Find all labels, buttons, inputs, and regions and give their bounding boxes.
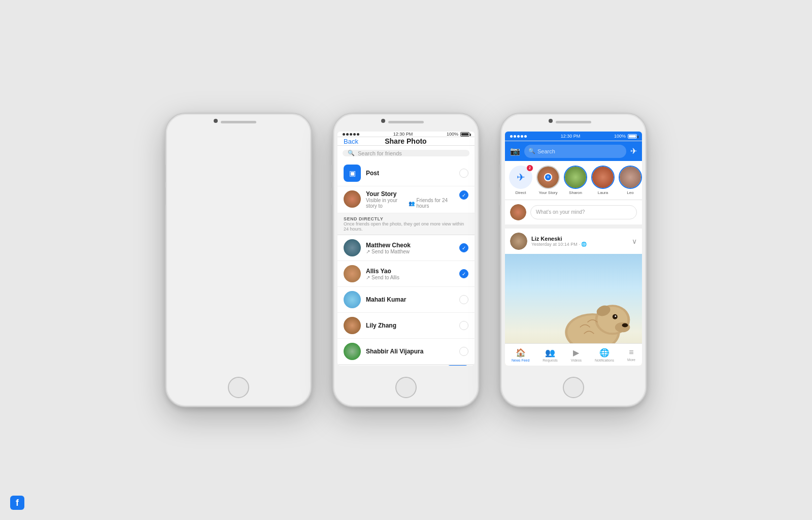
requests-label: Requests [543, 359, 558, 362]
battery-percent-3: 100% [614, 134, 626, 139]
contact-lily[interactable]: Lily Zhang [337, 313, 475, 339]
phone-1-volume-up [164, 165, 165, 182]
laura-label: Laura [598, 190, 608, 195]
contact-allis[interactable]: Allis Yao ↗ Send to Allis ✓ [337, 261, 475, 287]
phone-1-power-button [312, 175, 313, 200]
post-checkbox[interactable] [459, 169, 468, 178]
facebook-logo: f [10, 496, 24, 510]
phone-2-volume-down [331, 187, 333, 205]
status-time-2: 12:30 PM [393, 132, 413, 137]
contact-shabbir[interactable]: Shabbir Ali Vijapura [337, 339, 475, 365]
battery-percent-2: 100% [447, 132, 458, 137]
tab-notifications[interactable]: 🌐 Notifications [591, 346, 618, 364]
contact-matthew[interactable]: Matthew Cheok ↗ Send to Matthew ✓ [337, 235, 475, 261]
matthew-checkbox[interactable]: ✓ [459, 243, 468, 252]
lily-checkbox[interactable] [459, 321, 468, 330]
post-time: Yesterday at 10:14 PM · 🌐 [531, 242, 628, 247]
story-sharon[interactable]: Sharon [564, 166, 587, 195]
back-button[interactable]: Back [344, 138, 358, 145]
post-card-header: Liz Keneski Yesterday at 10:14 PM · 🌐 ∨ [505, 229, 642, 254]
phone-1-volume-down [164, 187, 165, 205]
search-icon-2: 🔍 [348, 150, 355, 156]
phone-3-volume-down [499, 187, 500, 205]
leo-label: Leo [627, 190, 633, 195]
matthew-name: Matthew Cheok [366, 242, 454, 249]
shabbir-checkbox[interactable] [459, 347, 468, 356]
your-story-checkbox[interactable]: ✓ [459, 190, 468, 200]
svg-point-6 [622, 323, 628, 328]
dot-3-3 [517, 135, 520, 138]
compose-avatar [510, 204, 526, 220]
allis-sub: ↗ Send to Allis [366, 275, 454, 280]
status-right-3: 100% [614, 134, 637, 139]
shabbir-avatar [344, 343, 361, 360]
story-leo[interactable]: Leo [619, 166, 642, 195]
dot-3 [350, 133, 352, 136]
direct-label: Direct [516, 190, 526, 195]
battery-fill-2 [461, 133, 468, 136]
more-icon: ≡ [629, 348, 633, 357]
tab-videos[interactable]: ▶ Videos [567, 346, 586, 364]
signal-dots [343, 133, 359, 136]
stories-row: ✈ 2 Direct + Your Story [505, 161, 642, 200]
dot-2 [346, 133, 349, 136]
facebook-header: 📷 🔍 Search ✈ [505, 141, 642, 161]
phone-3-power-button [647, 175, 648, 200]
matthew-info: Matthew Cheok ↗ Send to Matthew [366, 242, 454, 254]
fb-search-bar[interactable]: 🔍 Search [524, 145, 626, 158]
your-story-option[interactable]: Your Story Visible in your story to 👥 Fr… [337, 186, 475, 213]
allis-checkbox[interactable]: ✓ [459, 269, 468, 278]
status-bar-3: 12:30 PM 100% [505, 132, 642, 141]
fb-camera-icon[interactable]: 📷 [510, 146, 520, 156]
mahati-checkbox[interactable] [459, 295, 468, 304]
story-your-story[interactable]: + Your Story [536, 166, 560, 195]
story-direct[interactable]: ✈ 2 Direct [509, 166, 532, 195]
tab-newsfeed[interactable]: 🏠 News Feed [507, 346, 533, 364]
battery-icon-2 [460, 132, 469, 137]
phone-1-home-button[interactable] [228, 377, 249, 398]
status-time-3: 12:30 PM [561, 134, 581, 139]
post-option[interactable]: ▣ Post [337, 160, 475, 186]
search-friends-bar[interactable]: 🔍 Search for friends [343, 150, 469, 156]
newsfeed-label: News Feed [512, 359, 529, 362]
phone-3-screen: 12:30 PM 100% 📷 🔍 Search ✈ [505, 132, 642, 366]
compose-placeholder: What's on your mind? [536, 209, 585, 215]
share-nav-bar: Back Share Photo [337, 137, 475, 146]
tab-requests[interactable]: 👥 Requests [538, 346, 562, 364]
fb-search-icon: 🔍 [528, 148, 535, 154]
leo-circle [619, 166, 642, 189]
compose-input[interactable]: What's on your mind? [530, 205, 637, 219]
notifications-label: Notifications [595, 359, 614, 362]
laura-avatar [592, 167, 614, 188]
shabbir-name: Shabbir Ali Vijapura [366, 348, 454, 355]
allis-avatar [344, 265, 361, 282]
dot-2-3 [514, 135, 516, 138]
laura-circle [591, 166, 615, 189]
contact-mahati[interactable]: Mahati Kumar [337, 287, 475, 313]
sharon-avatar [565, 167, 586, 188]
share-bottom-bar: ➤ [337, 365, 475, 366]
svg-point-8 [615, 315, 616, 317]
dot-4 [353, 133, 356, 136]
newsfeed-icon: 🏠 [516, 348, 526, 358]
compose-bar: What's on your mind? [505, 200, 642, 229]
fb-messenger-icon[interactable]: ✈ [630, 146, 637, 156]
requests-icon: 👥 [545, 348, 555, 358]
dot-1 [343, 133, 345, 136]
post-expand-icon[interactable]: ∨ [632, 237, 637, 245]
phone-2-screen: 12:30 PM 100% Back Share Photo 🔍 Search … [337, 132, 475, 366]
post-user-info: Liz Keneski Yesterday at 10:14 PM · 🌐 [531, 236, 628, 247]
phone-3-volume-up [499, 165, 500, 182]
phone-3-feed: 12:30 PM 100% 📷 🔍 Search ✈ [500, 113, 647, 407]
your-story-circle-label: Your Story [538, 190, 557, 195]
story-laura[interactable]: Laura [591, 166, 615, 195]
dot-5-3 [524, 135, 527, 138]
direct-badge: 2 [526, 165, 533, 172]
direct-circle: ✈ 2 [509, 166, 532, 189]
phone-2-home-button[interactable] [395, 377, 417, 398]
phone-3-home-button[interactable] [563, 377, 584, 398]
send-button[interactable]: ➤ [447, 365, 468, 366]
tab-more[interactable]: ≡ More [623, 346, 639, 364]
your-story-circle: + [536, 166, 560, 189]
videos-icon: ▶ [573, 348, 579, 358]
